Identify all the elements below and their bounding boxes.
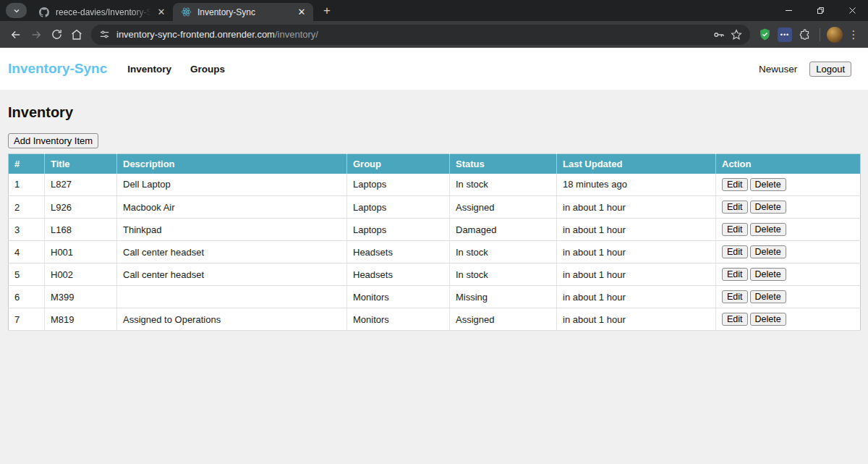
cell-description: Assigned to Operations <box>117 308 347 331</box>
nav-link-inventory[interactable]: Inventory <box>127 64 171 75</box>
edit-button[interactable]: Edit <box>722 268 748 281</box>
app-navbar: Inventory-Sync Inventory Groups Newuser … <box>0 48 868 90</box>
url-path: /inventory/ <box>275 29 318 40</box>
edit-button[interactable]: Edit <box>722 178 748 191</box>
add-inventory-item-button[interactable]: Add Inventory Item <box>8 133 98 148</box>
logout-button[interactable]: Logout <box>809 62 851 77</box>
cell-action: Edit Delete <box>716 263 861 286</box>
browser-menu-icon[interactable]: ⋮ <box>845 25 862 45</box>
cell-title: L168 <box>45 219 117 241</box>
delete-button[interactable]: Delete <box>750 313 786 326</box>
delete-button[interactable]: Delete <box>750 290 786 303</box>
address-bar[interactable]: inventory-sync-frontend.onrender.com/inv… <box>91 25 750 45</box>
forward-button[interactable] <box>26 25 46 45</box>
table-row: 1 L827 Dell Laptop Laptops In stock 18 m… <box>9 174 861 196</box>
cell-action: Edit Delete <box>716 196 861 219</box>
tab-search-button[interactable] <box>6 3 27 18</box>
edit-button[interactable]: Edit <box>722 245 748 258</box>
edit-button[interactable]: Edit <box>722 223 748 236</box>
cell-num: 4 <box>9 241 45 263</box>
cell-description: Call center headset <box>117 241 347 263</box>
back-button[interactable] <box>6 25 26 45</box>
reload-icon <box>51 28 63 41</box>
password-key-icon[interactable] <box>712 28 726 41</box>
edit-button[interactable]: Edit <box>722 290 748 303</box>
delete-button[interactable]: Delete <box>750 223 786 236</box>
bookmark-star-icon[interactable] <box>730 28 743 41</box>
page-content: Inventory Add Inventory Item # Title Des… <box>0 90 868 464</box>
edit-button[interactable]: Edit <box>722 313 748 326</box>
cell-title: M399 <box>45 286 117 308</box>
cell-last-updated: in about 1 hour <box>557 286 716 308</box>
extensions-puzzle-icon[interactable] <box>795 25 815 45</box>
tab-strip: reece-davies/Inventory-Sync: M ✕ Invento… <box>0 0 868 21</box>
cell-title: L827 <box>45 174 117 196</box>
site-settings-icon[interactable] <box>98 28 111 41</box>
window-controls <box>773 0 868 20</box>
column-header-status: Status <box>450 154 557 174</box>
profile-avatar[interactable] <box>825 25 845 45</box>
table-row: 3 L168 Thinkpad Laptops Damaged in about… <box>9 219 861 241</box>
password-manager-extension-icon[interactable]: ••• <box>775 25 795 45</box>
cell-last-updated: 18 minutes ago <box>557 174 716 196</box>
tab-title: reece-davies/Inventory-Sync: M <box>56 7 151 17</box>
brand-logo[interactable]: Inventory-Sync <box>8 61 107 77</box>
cell-status: Missing <box>450 286 557 308</box>
page-title: Inventory <box>8 104 860 121</box>
forward-icon <box>30 28 43 41</box>
cell-title: M819 <box>45 308 117 331</box>
column-header-title: Title <box>45 154 117 174</box>
cell-group: Laptops <box>347 196 450 219</box>
delete-button[interactable]: Delete <box>750 268 786 281</box>
cell-group: Monitors <box>347 308 450 331</box>
column-header-last-updated: Last Updated <box>557 154 716 174</box>
cell-num: 3 <box>9 219 45 241</box>
minimize-icon <box>785 7 793 14</box>
cell-group: Laptops <box>347 174 450 196</box>
cell-description: Macbook Air <box>117 196 347 219</box>
cell-status: In stock <box>450 241 557 263</box>
home-button[interactable] <box>67 25 87 45</box>
new-tab-button[interactable]: + <box>318 1 336 20</box>
table-row: 7 M819 Assigned to Operations Monitors A… <box>9 308 861 331</box>
cell-group: Laptops <box>347 219 450 241</box>
react-icon <box>180 7 192 18</box>
cell-num: 6 <box>9 286 45 308</box>
username-label: Newuser <box>759 64 797 75</box>
nav-link-groups[interactable]: Groups <box>190 64 225 75</box>
column-header-action: Action <box>716 154 861 174</box>
tab-close-icon[interactable]: ✕ <box>156 7 167 18</box>
tab-close-icon[interactable]: ✕ <box>296 7 307 18</box>
delete-button[interactable]: Delete <box>750 245 786 258</box>
table-row: 2 L926 Macbook Air Laptops Assigned in a… <box>9 196 861 219</box>
cell-num: 1 <box>9 174 45 196</box>
inventory-table: # Title Description Group Status Last Up… <box>8 153 861 331</box>
cell-description: Dell Laptop <box>117 174 347 196</box>
column-header-num: # <box>9 154 45 174</box>
edit-button[interactable]: Edit <box>722 201 748 214</box>
delete-button[interactable]: Delete <box>750 178 786 191</box>
tab-inventory-sync[interactable]: Inventory-Sync ✕ <box>173 3 313 21</box>
cell-action: Edit Delete <box>716 174 861 196</box>
browser-window: reece-davies/Inventory-Sync: M ✕ Invento… <box>0 0 868 464</box>
minimize-button[interactable] <box>773 0 804 20</box>
reload-button[interactable] <box>46 25 67 45</box>
web-page: Inventory-Sync Inventory Groups Newuser … <box>0 48 868 464</box>
cell-num: 7 <box>9 308 45 331</box>
home-icon <box>70 28 83 41</box>
cell-title: L926 <box>45 196 117 219</box>
close-button[interactable] <box>836 0 868 20</box>
restore-button[interactable] <box>804 0 836 20</box>
cell-action: Edit Delete <box>716 219 861 241</box>
cell-status: In stock <box>450 263 557 286</box>
inventory-table-header: # Title Description Group Status Last Up… <box>9 154 861 174</box>
tab-github[interactable]: reece-davies/Inventory-Sync: M ✕ <box>31 3 173 21</box>
cell-group: Headsets <box>347 241 450 263</box>
adblock-shield-icon[interactable] <box>754 25 775 45</box>
delete-button[interactable]: Delete <box>750 201 786 214</box>
table-row: 4 H001 Call center headset Headsets In s… <box>9 241 861 263</box>
back-icon <box>9 28 22 41</box>
cell-description: Call center headset <box>117 263 347 286</box>
cell-last-updated: in about 1 hour <box>557 263 716 286</box>
github-icon <box>38 7 50 18</box>
